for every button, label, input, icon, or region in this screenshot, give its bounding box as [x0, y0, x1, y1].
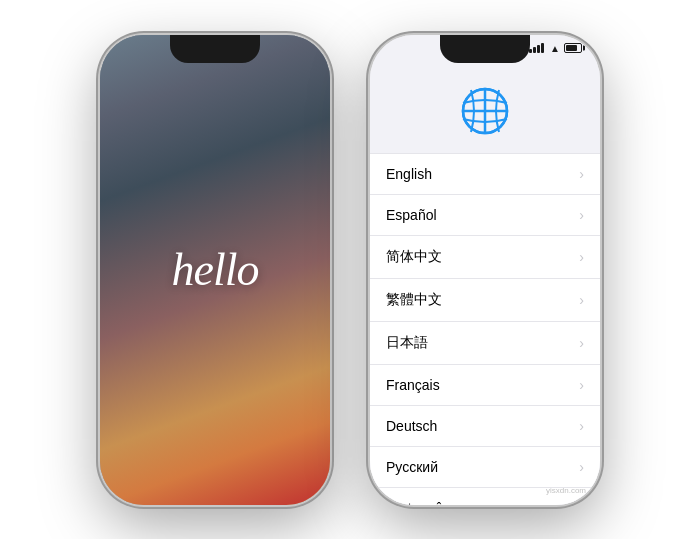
chevron-icon: › [579, 500, 584, 505]
lang-item-chinese-simplified[interactable]: 简体中文 › [370, 236, 600, 279]
lang-item-espanol[interactable]: Español › [370, 195, 600, 236]
lang-label: Deutsch [386, 418, 437, 434]
lang-label: Français [386, 377, 440, 393]
hello-text: hello [172, 243, 259, 296]
lang-item-russian[interactable]: Русский › [370, 447, 600, 488]
signal-bars [529, 43, 544, 53]
left-notch [170, 35, 260, 63]
chevron-icon: › [579, 166, 584, 182]
language-screen: ▲ [370, 35, 600, 505]
language-list: English › Español › 简体中文 › 繁體中文 › 日本語 › … [370, 153, 600, 505]
chevron-icon: › [579, 249, 584, 265]
signal-bar-1 [529, 49, 532, 53]
right-status-icons: ▲ [529, 43, 582, 54]
battery-icon [564, 43, 582, 53]
lang-label: English [386, 166, 432, 182]
right-notch [440, 35, 530, 63]
chevron-icon: › [579, 207, 584, 223]
chevron-icon: › [579, 377, 584, 393]
lang-label: 繁體中文 [386, 291, 442, 309]
lang-item-english[interactable]: English › [370, 153, 600, 195]
chevron-icon: › [579, 335, 584, 351]
lang-item-french[interactable]: Français › [370, 365, 600, 406]
signal-bar-2 [533, 47, 536, 53]
signal-bar-3 [537, 45, 540, 53]
lang-label: 简体中文 [386, 248, 442, 266]
lang-label: Русский [386, 459, 438, 475]
lang-label: Português [386, 500, 450, 505]
wifi-icon: ▲ [550, 43, 560, 54]
right-phone: ▲ [370, 35, 600, 505]
signal-bar-4 [541, 43, 544, 53]
chevron-icon: › [579, 292, 584, 308]
lang-item-german[interactable]: Deutsch › [370, 406, 600, 447]
lang-label: Español [386, 207, 437, 223]
hello-screen: hello [100, 35, 330, 505]
watermark: yisxdn.com [546, 486, 586, 495]
lang-item-chinese-traditional[interactable]: 繁體中文 › [370, 279, 600, 322]
globe-icon [459, 85, 511, 137]
lang-item-japanese[interactable]: 日本語 › [370, 322, 600, 365]
lang-label: 日本語 [386, 334, 428, 352]
chevron-icon: › [579, 459, 584, 475]
left-phone: hello [100, 35, 330, 505]
chevron-icon: › [579, 418, 584, 434]
